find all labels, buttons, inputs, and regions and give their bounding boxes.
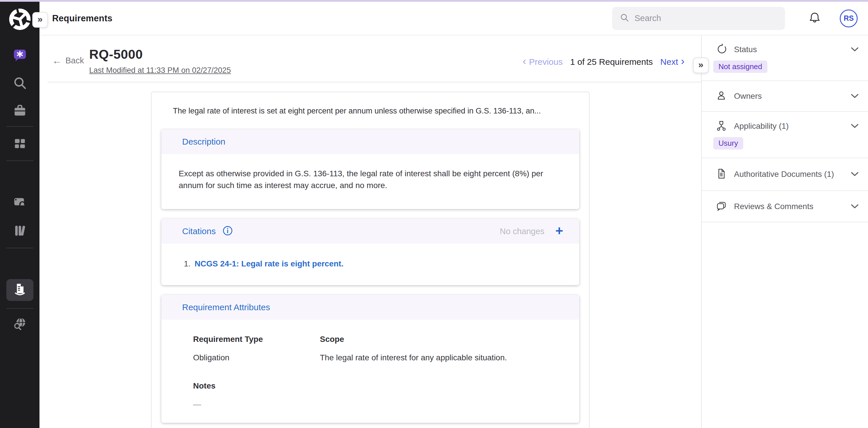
search-box[interactable] (612, 7, 785, 30)
sidebar-item-notifications-card[interactable] (0, 195, 39, 211)
panel-collapse-button[interactable]: » (693, 58, 709, 73)
requirement-type-value: Obligation (193, 353, 320, 362)
search-icon (620, 13, 630, 24)
user-avatar[interactable]: RS (840, 9, 858, 27)
requirement-summary: The legal rate of interest is set at eig… (161, 106, 579, 116)
back-button[interactable]: ← Back (52, 56, 84, 65)
double-chevron-right-icon: » (698, 60, 704, 69)
search-input[interactable] (634, 13, 777, 23)
next-button[interactable]: Next › (660, 57, 684, 67)
citations-change-status: No changes (500, 227, 545, 236)
chevron-right-icon: › (681, 56, 684, 67)
previous-label: Previous (529, 57, 563, 67)
sidebar-item-workspace[interactable] (0, 103, 39, 119)
sidebar (0, 0, 39, 428)
sidebar-item-library[interactable] (0, 223, 39, 239)
citations-header: Citations No changes + (161, 219, 579, 244)
description-body: Except as otherwise provided in G.S. 136… (161, 154, 579, 209)
topbar: Requirements RS (39, 2, 868, 35)
scope-label: Scope (320, 335, 562, 344)
citation-number: 1. (184, 259, 190, 268)
sidebar-expand-button[interactable]: » (32, 12, 48, 28)
citations-body: 1. NCGS 24-1: Legal rate is eight percen… (161, 244, 579, 285)
description-section: Description Except as otherwise provided… (161, 129, 579, 209)
main-content: ← Back RQ-5000 Last Modified at 11:33 PM… (39, 35, 701, 428)
chevron-down-icon[interactable] (849, 121, 861, 132)
reviews-comments-label: Reviews & Comments (734, 202, 813, 211)
requirement-header: ← Back RQ-5000 Last Modified at 11:33 PM… (39, 35, 701, 75)
grid-icon (12, 136, 27, 152)
brand-logo-icon (7, 7, 32, 32)
owners-label: Owners (734, 92, 762, 101)
chat-bubble-logo-icon (13, 48, 27, 64)
back-arrow-icon: ← (52, 56, 62, 65)
sidebar-divider (6, 248, 33, 248)
attributes-header: Requirement Attributes (161, 295, 579, 320)
document-tray-icon (13, 282, 27, 298)
requirement-card: The legal rate of interest is set at eig… (151, 92, 590, 428)
briefcase-icon (12, 103, 27, 119)
chat-bubbles-icon (716, 200, 727, 213)
avatar-initials: RS (844, 14, 854, 23)
requirement-title-block: RQ-5000 Last Modified at 11:33 PM on 02/… (89, 47, 231, 75)
details-panel: » Status Not assigned (701, 35, 868, 428)
previous-button[interactable]: ‹ Previous (523, 57, 563, 67)
panel-section-status[interactable]: Status Not assigned (702, 35, 868, 81)
double-chevron-right-icon: » (37, 14, 43, 24)
next-label: Next (660, 57, 678, 67)
person-icon (716, 90, 727, 102)
chevron-down-icon[interactable] (849, 44, 861, 55)
description-heading: Description (182, 137, 225, 146)
panel-section-owners[interactable]: Owners (702, 81, 868, 112)
status-badge: Not assigned (713, 61, 768, 73)
hierarchy-icon (716, 120, 727, 132)
page-title: Requirements (52, 13, 113, 24)
applicability-badge: Usury (713, 137, 743, 150)
attributes-section: Requirement Attributes Requirement Type … (161, 295, 579, 423)
back-label: Back (65, 56, 84, 65)
chevron-down-icon[interactable] (849, 201, 861, 212)
info-icon[interactable] (222, 225, 233, 237)
notes-value: — (193, 400, 562, 409)
panel-section-applicability[interactable]: Applicability (1) Usury (702, 112, 868, 158)
chevron-down-icon[interactable] (849, 91, 861, 102)
sidebar-item-requirements[interactable] (6, 279, 33, 301)
notifications-button[interactable] (808, 11, 821, 26)
attributes-heading: Requirement Attributes (182, 302, 270, 312)
bell-icon (808, 11, 821, 26)
sidebar-divider (6, 160, 33, 161)
status-label: Status (734, 45, 757, 54)
panel-section-authoritative-documents[interactable]: Authoritative Documents (1) (702, 158, 868, 191)
sidebar-item-dashboard[interactable] (0, 136, 39, 152)
citations-section: Citations No changes + 1. (161, 219, 579, 285)
pagination-position: 1 of 25 Requirements (570, 57, 653, 67)
citation-link[interactable]: NCGS 24-1: Legal rate is eight percent. (194, 259, 343, 268)
chevron-left-icon: ‹ (523, 56, 526, 67)
requirement-type-label: Requirement Type (193, 335, 320, 344)
globe-magnifier-icon (12, 316, 27, 332)
citation-list-item: 1. NCGS 24-1: Legal rate is eight percen… (184, 259, 562, 268)
applicability-label: Applicability (1) (734, 122, 789, 131)
description-header: Description (161, 129, 579, 154)
panel-section-reviews-comments[interactable]: Reviews & Comments (702, 191, 868, 222)
notes-label: Notes (193, 381, 562, 391)
sidebar-item-global-search[interactable] (0, 316, 39, 332)
scope-value: The legal rate of interest for any appli… (320, 353, 562, 362)
pagination: ‹ Previous 1 of 25 Requirements Next › (523, 57, 684, 67)
requirement-id: RQ-5000 (89, 47, 231, 62)
sidebar-item-search[interactable] (0, 75, 39, 92)
books-icon (12, 223, 27, 239)
magnifier-icon (12, 75, 27, 92)
sidebar-divider (6, 308, 33, 309)
attributes-body: Requirement Type Scope Obligation The le… (161, 320, 579, 423)
sidebar-divider (6, 126, 33, 127)
last-modified-link[interactable]: Last Modified at 11:33 PM on 02/27/2025 (89, 66, 231, 75)
sidebar-item-assistant[interactable] (0, 48, 39, 64)
card-bell-icon (12, 195, 27, 211)
document-icon (716, 168, 727, 180)
chevron-down-icon[interactable] (849, 168, 861, 180)
authoritative-documents-label: Authoritative Documents (1) (734, 170, 834, 179)
citations-heading: Citations (182, 226, 216, 236)
add-citation-button[interactable]: + (555, 224, 563, 237)
header-divider (48, 82, 701, 83)
